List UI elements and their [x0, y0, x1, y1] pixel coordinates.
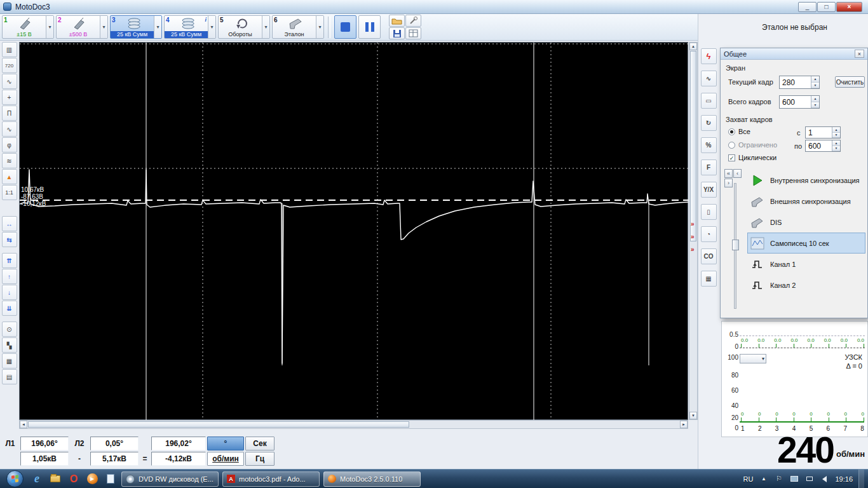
- degrees-unit-button[interactable]: °: [207, 437, 244, 451]
- gauge-channel-select[interactable]: ▾: [740, 354, 766, 363]
- spin-up-icon[interactable]: ▲: [832, 140, 840, 146]
- chevron-down-icon[interactable]: ▾: [208, 16, 215, 38]
- vertical-scrollbar[interactable]: ▲ »»» ▼: [689, 42, 698, 420]
- chevron-down-icon[interactable]: ▾: [154, 16, 161, 38]
- ignition-marker-icon[interactable]: ▲: [2, 169, 17, 184]
- export-icon[interactable]: ▤: [2, 369, 17, 384]
- co-gas-icon[interactable]: CO: [701, 248, 717, 264]
- to-spinner[interactable]: 600 ▲▼: [805, 140, 841, 152]
- spin-up-icon[interactable]: ▲: [811, 76, 819, 83]
- h-zoom-out-icon[interactable]: ↔: [2, 216, 17, 231]
- chevron-down-icon[interactable]: ▾: [316, 16, 323, 38]
- report-button[interactable]: [405, 27, 421, 39]
- display-icon[interactable]: [789, 474, 799, 484]
- folder-icon[interactable]: [48, 471, 63, 487]
- probe-5-rpm-button[interactable]: 5 Обороты ▾: [218, 15, 270, 39]
- action-center-icon[interactable]: ⚐: [774, 474, 783, 484]
- to-value[interactable]: 600: [806, 140, 832, 151]
- close-button[interactable]: ×: [836, 2, 862, 12]
- maximize-button[interactable]: □: [817, 2, 836, 12]
- probe-3-button[interactable]: 3 25 кВ Сумм ▾: [110, 15, 162, 39]
- spin-down-icon[interactable]: ▼: [811, 102, 819, 109]
- v-scroll-down-icon[interactable]: ⇊: [2, 301, 17, 316]
- horizontal-scrollbar[interactable]: ◄ ►: [19, 420, 688, 429]
- capture-all-radio[interactable]: Все: [728, 128, 750, 135]
- panel-close-icon[interactable]: ×: [855, 50, 864, 58]
- cyclic-checkbox[interactable]: ✓ Циклически: [728, 154, 776, 161]
- spin-down-icon[interactable]: ▼: [811, 83, 819, 89]
- v-zoom-out-icon[interactable]: ↓: [2, 285, 17, 300]
- yx-mode-icon[interactable]: Y/X: [701, 182, 717, 198]
- percent-chart-icon[interactable]: %: [701, 137, 717, 153]
- start-button[interactable]: [6, 470, 24, 487]
- total-frames-spinner[interactable]: 600 ▲▼: [779, 95, 820, 109]
- cycle-icon[interactable]: ↻: [701, 115, 717, 131]
- h-zoom-in-icon[interactable]: ⇆: [2, 232, 17, 247]
- multi-wave-icon[interactable]: ≋: [2, 153, 17, 168]
- grid-icon[interactable]: ▦: [2, 353, 17, 369]
- stop-button[interactable]: [334, 15, 356, 39]
- show-hidden-icons-button[interactable]: ▲: [759, 474, 768, 484]
- frame-slider[interactable]: [734, 183, 736, 309]
- mode-dis[interactable]: DIS: [747, 212, 865, 233]
- frequency-icon[interactable]: F: [701, 159, 717, 175]
- prev-frame-button[interactable]: ‹: [733, 169, 742, 178]
- mode-channel-2[interactable]: Канал 2: [747, 274, 865, 295]
- minimize-button[interactable]: _: [798, 2, 817, 12]
- probe-1-button[interactable]: 1 ±15 В ▾: [2, 15, 54, 39]
- probe-2-button[interactable]: 2 ±500 В ▾: [56, 15, 108, 39]
- gauge-icon[interactable]: ▯: [701, 204, 717, 220]
- scroll-down-icon[interactable]: ▼: [689, 412, 697, 419]
- zoom-icon[interactable]: ⊙: [2, 322, 17, 337]
- chevron-down-icon[interactable]: ▾: [262, 16, 269, 38]
- vertical-scroll-thumb[interactable]: [690, 51, 696, 241]
- scroll-up-icon[interactable]: ▲: [689, 43, 697, 50]
- phase-icon[interactable]: φ: [2, 137, 17, 152]
- v-zoom-in-icon[interactable]: ↑: [2, 269, 17, 284]
- scroll-right-icon[interactable]: ►: [680, 421, 688, 428]
- v-scroll-up-icon[interactable]: ⇈: [2, 253, 17, 268]
- first-frame-button[interactable]: «: [724, 169, 733, 178]
- opera-icon[interactable]: O: [66, 471, 81, 487]
- probe-4-button[interactable]: 4 i 25 кВ Сумм ▾: [164, 15, 216, 39]
- spin-up-icon[interactable]: ▲: [811, 96, 819, 102]
- usb-icon[interactable]: [804, 474, 814, 484]
- grid-table-icon[interactable]: ▦: [701, 271, 717, 287]
- total-frames-value[interactable]: 600: [780, 96, 811, 108]
- pause-button[interactable]: [358, 15, 381, 39]
- oscilloscope-display[interactable]: 10,67кВ -87,63В -10,12кВ: [19, 42, 688, 420]
- spin-down-icon[interactable]: ▼: [832, 133, 840, 139]
- settings-button[interactable]: [405, 15, 421, 27]
- frame-counter-icon[interactable]: ▥: [2, 42, 17, 57]
- spin-down-icon[interactable]: ▼: [832, 146, 840, 152]
- probe-6-etalon-button[interactable]: 6 Эталон ▾: [272, 15, 324, 39]
- current-frame-spinner[interactable]: 280 ▲▼: [779, 76, 820, 89]
- capture-limited-radio[interactable]: Ограничено: [728, 141, 777, 149]
- open-file-button[interactable]: [389, 15, 405, 27]
- cycle-720-icon[interactable]: 720: [2, 58, 17, 73]
- next-frame-button[interactable]: ›: [724, 179, 733, 187]
- cursor-cross-icon[interactable]: +: [2, 90, 17, 105]
- horizontal-scroll-thumb[interactable]: [28, 421, 409, 428]
- ie-icon[interactable]: e: [29, 471, 44, 487]
- taskbar-button-pdf[interactable]: A motodoc3.pdf - Ado...: [222, 471, 320, 487]
- signal-icon[interactable]: ∿: [2, 74, 17, 89]
- clear-button[interactable]: Очистить: [835, 76, 865, 88]
- mode-recorder-10s[interactable]: Самописец 10 сек: [747, 233, 865, 254]
- media-player-icon[interactable]: ▶: [85, 471, 100, 487]
- panel-titlebar[interactable]: Общее ×: [721, 48, 867, 60]
- document-icon[interactable]: [103, 471, 118, 487]
- chevron-down-icon[interactable]: ▾: [46, 16, 53, 38]
- chevron-down-icon[interactable]: ▾: [100, 16, 107, 38]
- mode-external-sync[interactable]: Внешняя синхронизация: [747, 191, 865, 212]
- clock[interactable]: 19:16: [835, 475, 853, 483]
- clock-icon[interactable]: ◔: [701, 226, 717, 242]
- from-value[interactable]: 1: [806, 127, 832, 138]
- slider-thumb[interactable]: [732, 240, 739, 250]
- taskbar-button-dvd[interactable]: DVD RW дисковод (Е...: [121, 471, 219, 487]
- save-file-button[interactable]: [389, 27, 405, 39]
- language-indicator[interactable]: RU: [743, 475, 754, 483]
- screen-mode-icon[interactable]: ▭: [701, 93, 717, 109]
- volume-icon[interactable]: [820, 474, 829, 484]
- secondary-graph-icon[interactable]: ∿: [701, 71, 717, 86]
